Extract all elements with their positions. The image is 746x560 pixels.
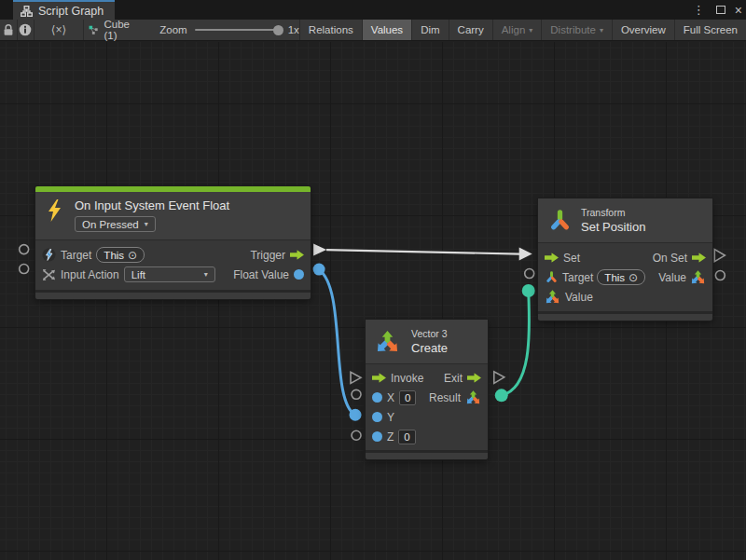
info-icon [19, 23, 32, 36]
gameobject-event-icon [42, 248, 56, 262]
flow-arrow-icon[interactable] [467, 373, 481, 383]
lock-button[interactable] [0, 20, 18, 40]
node-footer [538, 311, 712, 321]
node-transform-set-position[interactable]: Transform Set Position Set On Set Target [538, 198, 712, 321]
port-y-in[interactable] [350, 409, 362, 421]
transform-icon [545, 270, 559, 284]
relations-button[interactable]: Relations [300, 20, 363, 40]
align-dropdown[interactable]: Align ▾ [493, 20, 543, 40]
vector3-icon [375, 329, 400, 354]
zoom-slider[interactable] [195, 29, 281, 31]
event-mode-dropdown[interactable]: On Pressed ▾ [75, 216, 156, 232]
carry-button[interactable]: Carry [449, 20, 493, 40]
vector3-icon[interactable] [465, 389, 481, 405]
port-value-in[interactable] [522, 284, 535, 297]
node-footer [35, 290, 311, 299]
float-port-dot[interactable] [372, 392, 382, 403]
input-action-dropdown[interactable]: Lift ▾ [124, 266, 215, 282]
zoom-control: Zoom 1x [143, 20, 299, 40]
zoom-label: Zoom [159, 24, 186, 35]
values-button[interactable]: Values [363, 20, 412, 40]
float-port-dot[interactable] [294, 269, 304, 280]
flow-arrow-icon[interactable] [692, 253, 706, 263]
float-port-dot[interactable] [372, 412, 382, 422]
node-on-input-system-event-float[interactable]: On Input System Event Float On Pressed ▾… [35, 186, 311, 299]
zoom-value: 1x [288, 24, 299, 35]
overview-button[interactable]: Overview [613, 20, 675, 40]
vector3-icon[interactable] [545, 289, 560, 305]
scope-icon: ⊙ [128, 250, 137, 261]
lock-icon [3, 24, 14, 36]
scope-icon: ⊙ [629, 272, 638, 283]
port-result-out[interactable] [495, 389, 508, 402]
graph-toolbar: ⟨×⟩ Cube (1) Zoom 1x Relations Values Di… [0, 20, 746, 41]
node-footer [366, 450, 488, 459]
graph-hierarchy-icon [21, 6, 33, 17]
wire-result-to-value[interactable] [502, 292, 530, 396]
full-screen-button[interactable]: Full Screen [675, 20, 746, 40]
target-object-field[interactable]: This ⊙ [96, 247, 145, 263]
port-onset-out[interactable] [714, 250, 725, 262]
flow-arrow-icon[interactable] [545, 253, 559, 263]
float-port-dot[interactable] [372, 431, 382, 442]
maximize-icon[interactable] [716, 6, 725, 14]
distribute-dropdown[interactable]: Distribute ▾ [542, 20, 613, 40]
tab-bar: Script Graph ⋮ × [0, 0, 746, 20]
transform-icon [547, 208, 573, 233]
info-button[interactable] [18, 20, 35, 40]
graph-canvas[interactable]: On Input System Event Float On Pressed ▾… [0, 42, 746, 560]
chevron-down-icon: ▾ [529, 26, 532, 34]
vector3-icon[interactable] [690, 269, 706, 285]
port-x-in[interactable] [352, 389, 361, 399]
code-view-toggle[interactable]: ⟨×⟩ [35, 20, 84, 40]
breadcrumb-label: Cube (1) [104, 19, 133, 41]
port-float-value-out[interactable] [313, 264, 325, 276]
lightning-bolt-icon [45, 198, 63, 223]
port-event-target-in[interactable] [20, 245, 29, 254]
window-menu-icon[interactable]: ⋮ [691, 4, 707, 16]
chevron-down-icon: ▾ [600, 26, 603, 34]
chevron-down-icon: ▾ [145, 220, 148, 228]
zoom-slider-handle[interactable] [273, 25, 283, 35]
dim-button[interactable]: Dim [412, 20, 449, 40]
node-vector3-create[interactable]: Vector 3 Create Invoke Exit X 0 [366, 320, 488, 459]
port-transform-value-out[interactable] [715, 271, 725, 280]
port-trigger-out[interactable] [313, 244, 326, 256]
wire-trigger-to-set[interactable] [326, 250, 520, 253]
graph-node-icon [89, 23, 99, 37]
node-title: On Input System Event Float [75, 198, 229, 212]
tab-script-graph[interactable]: Script Graph [13, 0, 115, 20]
port-z-in[interactable] [352, 430, 361, 440]
port-event-inputaction-in[interactable] [20, 265, 29, 274]
tab-title: Script Graph [38, 5, 104, 18]
input-action-icon [42, 268, 56, 281]
breadcrumb[interactable]: Cube (1) [84, 20, 144, 40]
flow-arrow-icon[interactable] [372, 373, 386, 383]
port-exit-out[interactable] [494, 372, 504, 383]
port-invoke-in[interactable] [351, 372, 361, 383]
target-object-field[interactable]: This ⊙ [597, 269, 645, 285]
z-value-field[interactable]: 0 [398, 430, 415, 444]
flow-arrow-icon[interactable] [290, 250, 304, 260]
port-set-in[interactable] [519, 248, 532, 261]
wire-floatvalue-to-y[interactable] [319, 270, 355, 416]
code-view-glyph: ⟨×⟩ [51, 23, 66, 36]
port-transform-target-in[interactable] [525, 269, 534, 279]
close-icon[interactable]: × [735, 4, 742, 17]
chevron-down-icon: ▾ [204, 270, 208, 279]
x-value-field[interactable]: 0 [399, 390, 416, 405]
